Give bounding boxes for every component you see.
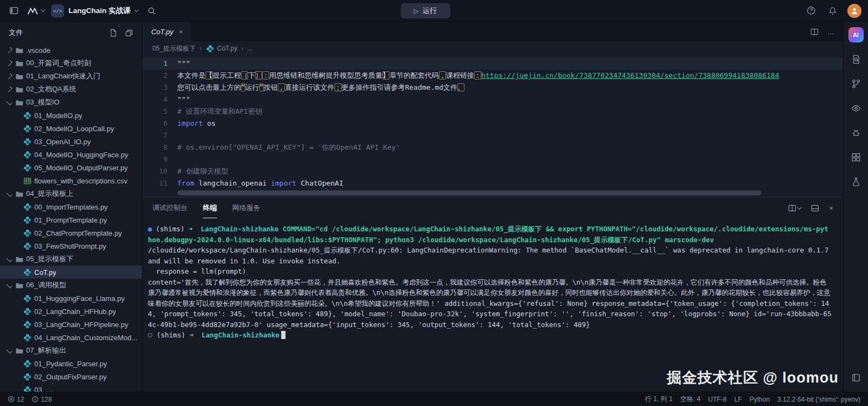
chevron-icon — [6, 347, 12, 353]
sidebar-toggle-icon[interactable] — [7, 4, 21, 18]
status-item[interactable]: 空格: 4 — [680, 395, 700, 404]
code-line[interactable]: 2本文件是【提示工程（下）：用思维链和思维树提升模型思考质量】章节的配套代码，课… — [142, 70, 843, 82]
code-line[interactable]: 6import os — [142, 118, 843, 130]
tree-item-label: 05_提示模板下 — [26, 254, 73, 264]
folder-icon — [15, 46, 23, 54]
tree-item-file[interactable]: 03_LangChain_HFPipeline.py — [0, 318, 142, 331]
tree-item-file[interactable]: 02_ChatPromptTemplate.py — [0, 226, 142, 239]
tree-item-folder[interactable]: 05_提示模板下 — [0, 253, 142, 266]
code-line[interactable]: 8# os.environ["OPENAI_API_KEY"] = '你的Ope… — [142, 142, 843, 153]
panel-tab[interactable]: 调试控制台 — [152, 198, 188, 218]
close-tab-icon[interactable]: × — [179, 28, 183, 36]
tree-item-file[interactable]: CoT.py — [0, 266, 142, 279]
tree-item-file[interactable]: 01_ModelIO.py — [0, 109, 142, 122]
tree-item-folder[interactable]: 00_开篇词_奇点时刻 — [0, 57, 142, 70]
close-panel-icon[interactable]: × — [829, 204, 833, 212]
run-button[interactable]: ▷ 运行 — [401, 3, 450, 19]
code-token: 运行 — [245, 83, 259, 91]
tree-item-folder[interactable]: 01_LangChain快速入门 — [0, 70, 142, 83]
tree-item-file[interactable]: 05_ModelIO_OutputParser.py — [0, 161, 142, 174]
search-file-icon[interactable] — [848, 52, 864, 67]
editor-tab-cot-py[interactable]: CoT.py × — [142, 22, 192, 41]
project-switcher[interactable]: </> LangChain 实战课 — [51, 4, 138, 17]
code-line[interactable]: 4""" — [142, 94, 843, 106]
ai-assistant-icon[interactable]: AI — [848, 27, 864, 42]
breadcrumb-item[interactable]: ... — [247, 45, 252, 52]
tree-item-file[interactable]: 03_FewShotPrompt.py — [0, 239, 142, 253]
app-logo[interactable] — [27, 7, 45, 15]
code-line[interactable]: 3您可以点击最上方的“运行”按钮，直接运行该文件；更多操作指引请参考Readme… — [142, 82, 843, 94]
more-actions-icon[interactable]: … — [827, 28, 834, 36]
tree-item-folder[interactable]: .vscode — [0, 44, 142, 57]
tree-item-folder[interactable]: 07_解析输出 — [0, 344, 142, 357]
panel-tab[interactable]: 终端 — [203, 198, 217, 218]
breadcrumb-separator: › — [200, 45, 202, 52]
status-item[interactable]: 行 1, 列 1 — [645, 395, 673, 404]
status-item[interactable]: LF — [734, 396, 742, 403]
tree-item-file[interactable]: flowers_with_descriptions.csv — [0, 174, 142, 187]
tree-item-file[interactable]: 04_LangChain_CustomizeMod... — [0, 331, 142, 344]
code-line[interactable]: 5# 设置环境变量和API密钥 — [142, 106, 843, 118]
warnings-count[interactable]: 128 — [32, 396, 52, 403]
logo-icon — [27, 7, 39, 15]
tree-item-file[interactable]: 01_PromptTemplate.py — [0, 213, 142, 226]
tree-item-folder[interactable]: 03_模型IO — [0, 96, 142, 109]
code-line[interactable]: 9 — [142, 153, 843, 165]
command-decoration-icon[interactable] — [148, 333, 152, 337]
tree-item-file[interactable]: 02_ModelIO_LoopCall.py — [0, 122, 142, 135]
code-line[interactable]: 7 — [142, 130, 843, 142]
tree-item-file[interactable]: 03_… — [0, 383, 142, 392]
search-icon[interactable] — [145, 4, 159, 18]
tree-item-file[interactable]: 00_ImportTemplates.py — [0, 200, 142, 213]
tree-item-file[interactable]: 02_LangChain_HFHub.py — [0, 305, 142, 318]
test-flask-icon[interactable] — [848, 174, 864, 189]
code-link[interactable]: https://juejin.cn/book/73877023474361303… — [481, 71, 779, 79]
line-number: 7 — [142, 130, 177, 142]
errors-count[interactable]: 12 — [8, 396, 24, 403]
code-line[interactable]: 10# 创建聊天模型 — [142, 165, 843, 177]
line-number: 3 — [142, 82, 177, 94]
tree-item-file[interactable]: 02_OutputFixParser.py — [0, 370, 142, 383]
new-file-icon[interactable] — [109, 29, 117, 37]
notifications-bell-icon[interactable] — [826, 4, 840, 18]
status-item[interactable]: 3.12.2 64-bit ('shims': pyenv) — [777, 396, 860, 403]
code-token: 您可以点击最上方的 — [177, 83, 241, 91]
breadcrumb-item[interactable]: CoT.py — [206, 45, 237, 53]
panel-tabbar: 调试控制台终端网络服务 × — [142, 198, 843, 218]
user-avatar[interactable] — [847, 4, 861, 18]
extensions-icon[interactable] — [848, 150, 864, 165]
code-lines: 1"""2本文件是【提示工程（下）：用思维链和思维树提升模型思考质量】章节的配套… — [142, 58, 843, 189]
code-line[interactable]: 11from langchain_openai import ChatOpenA… — [142, 177, 843, 189]
panel-tab[interactable]: 网络服务 — [232, 198, 261, 218]
code-token: # os.environ["OPENAI_API_KEY"] = '你的Open… — [177, 143, 400, 151]
tree-item-file[interactable]: 03_OpenAI_IO.py — [0, 135, 142, 148]
terminal-layout-icon[interactable] — [788, 204, 801, 212]
terminal-text: LangChain-shizhanke — [202, 331, 280, 339]
tree-item-file[interactable]: 04_ModelIO_HuggingFace.py — [0, 148, 142, 161]
tree-item-folder[interactable]: 02_文档QA系统 — [0, 83, 142, 96]
library-icon[interactable] — [848, 370, 864, 385]
line-number: 5 — [142, 106, 177, 118]
horizontal-scrollbar[interactable] — [177, 190, 761, 195]
code-token: # 设置环境变量和API密钥 — [177, 107, 262, 115]
breadcrumb-item[interactable]: 05_提示模板下 — [152, 44, 196, 53]
tree-item-file[interactable]: 01_HugggingFace_Llama.py — [0, 292, 142, 305]
python-file-icon — [23, 360, 32, 368]
status-item[interactable]: UTF-8 — [708, 396, 727, 403]
tree-item-folder[interactable]: 06_调用模型 — [0, 279, 142, 292]
tree-item-file[interactable]: 01_Pydantic_Parser.py — [0, 357, 142, 370]
debug-icon[interactable] — [848, 125, 864, 140]
folder-icon — [15, 281, 23, 290]
status-item[interactable]: Python — [749, 396, 770, 403]
new-folder-icon[interactable] — [125, 29, 133, 37]
preview-eye-icon[interactable] — [848, 101, 864, 116]
code-line[interactable]: 1""" — [142, 58, 843, 70]
command-decoration-icon[interactable]: ● — [148, 225, 152, 233]
maximize-panel-icon[interactable] — [811, 204, 819, 212]
code-editor[interactable]: 1"""2本文件是【提示工程（下）：用思维链和思维树提升模型思考质量】章节的配套… — [142, 56, 843, 197]
source-control-icon[interactable] — [848, 76, 864, 91]
help-icon[interactable] — [804, 4, 818, 18]
terminal[interactable]: ●(shims) ➜ LangChain-shizhanke COMMAND="… — [142, 218, 843, 392]
tree-item-folder[interactable]: 04_提示模板上 — [0, 187, 142, 200]
split-editor-icon[interactable] — [810, 28, 819, 36]
